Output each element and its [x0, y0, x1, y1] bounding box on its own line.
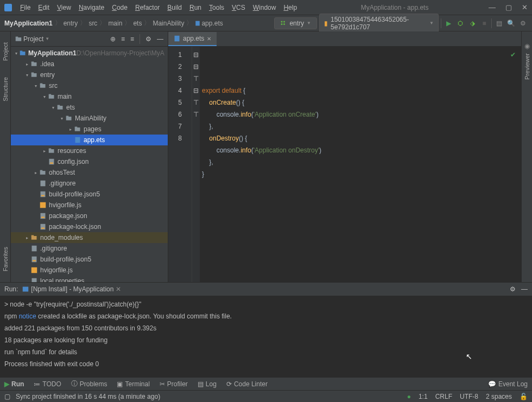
minimize-button[interactable]: —: [489, 3, 496, 11]
tree-item-MainAbility[interactable]: ▾MainAbility: [11, 113, 168, 124]
menu-tools[interactable]: Tools: [205, 2, 228, 14]
tree-item-.gitignore[interactable]: .gitignore: [11, 243, 168, 254]
code-editor[interactable]: ✔ export default { onCreate() { console.…: [200, 47, 521, 282]
favorites-tool-button[interactable]: Favorites: [2, 247, 9, 271]
breadcrumb-item[interactable]: src: [88, 20, 97, 27]
previewer-label[interactable]: Previewer: [524, 53, 530, 80]
svg-rect-17: [49, 94, 52, 95]
run-config-label: entry: [289, 20, 304, 27]
project-tree[interactable]: ▾MyApplication1 D:\OpenHarmony-Project\M…: [11, 47, 168, 282]
tree-item-build-profile.json5[interactable]: build-profile.json5: [11, 189, 168, 200]
coverage-button[interactable]: ⬗: [467, 18, 477, 28]
stop-button[interactable]: ■: [479, 18, 489, 28]
menu-vcs[interactable]: VCS: [228, 2, 249, 14]
svg-rect-9: [20, 51, 23, 52]
tree-item-config.json[interactable]: config.json: [11, 156, 168, 167]
readonly-indicator-icon[interactable]: 🔓: [520, 393, 528, 400]
menu-window[interactable]: Window: [249, 2, 280, 14]
tree-item-entry[interactable]: ▾entry: [11, 69, 168, 80]
indent-setting[interactable]: 2 spaces: [486, 393, 512, 400]
hide-run-button[interactable]: —: [521, 285, 528, 293]
maximize-button[interactable]: ▢: [505, 3, 512, 11]
breadcrumb-item[interactable]: MainAbility: [153, 20, 184, 27]
svg-rect-45: [32, 278, 37, 282]
tree-item-resources[interactable]: ▸resources: [11, 145, 168, 156]
titlebar: FileEditViewNavigateCodeRefactorBuildRun…: [0, 0, 532, 15]
select-opened-file-button[interactable]: ⊕: [110, 35, 116, 43]
toolwindows-toggle-button[interactable]: ▢: [4, 393, 10, 400]
cursor-position[interactable]: 1:1: [419, 393, 428, 400]
run-button[interactable]: ▶: [444, 18, 453, 28]
tree-item-.gitignore[interactable]: .gitignore: [11, 178, 168, 189]
menu-run[interactable]: Run: [186, 2, 205, 14]
editor-tab-app-ets[interactable]: app.ets ✕: [168, 32, 217, 46]
tree-item-hvigorfile.js[interactable]: hvigorfile.js: [11, 200, 168, 210]
tree-item-hvigorfile.js[interactable]: hvigorfile.js: [11, 265, 168, 276]
file-encoding[interactable]: UTF-8: [460, 393, 478, 400]
codelinter-tool-button[interactable]: ⟳ Code Linter: [226, 380, 268, 388]
tree-item-build-profile.json5[interactable]: build-profile.json5: [11, 254, 168, 265]
menu-view[interactable]: View: [53, 2, 75, 14]
tree-item-package.json[interactable]: package.json: [11, 210, 168, 221]
menu-help[interactable]: Help: [280, 2, 301, 14]
run-settings-button[interactable]: ⚙: [510, 285, 516, 293]
log-tool-button[interactable]: ▤ Log: [198, 380, 217, 388]
tree-item-src[interactable]: ▾src: [11, 80, 168, 91]
close-tab-button[interactable]: ✕: [207, 36, 211, 42]
tree-item-.idea[interactable]: ▸.idea: [11, 59, 168, 69]
menu-build[interactable]: Build: [163, 2, 186, 14]
tree-item-ets[interactable]: ▾ets: [11, 102, 168, 113]
tree-item-local.properties[interactable]: local.properties: [11, 276, 168, 282]
collapse-all-button[interactable]: ≡: [130, 35, 134, 43]
device-selector[interactable]: ▮ 150100384754463452065­5e792d1c707 ▼: [319, 14, 439, 33]
fold-column[interactable]: ⊟⊟⊤⊟⊤⊤: [192, 47, 200, 282]
tree-item-ohosTest[interactable]: ▸ohosTest: [11, 167, 168, 178]
tree-item-package-lock.json[interactable]: package-lock.json: [11, 221, 168, 232]
menu-edit[interactable]: Edit: [34, 2, 53, 14]
breadcrumb-item[interactable]: app.ets: [195, 20, 223, 27]
todo-tool-button[interactable]: ≔ TODO: [34, 380, 61, 388]
expand-all-button[interactable]: ≡: [121, 35, 125, 43]
svg-rect-46: [175, 36, 180, 42]
breadcrumb[interactable]: MyApplication1〉entry〉src〉main〉ets〉MainAb…: [4, 18, 223, 28]
tree-root[interactable]: ▾MyApplication1 D:\OpenHarmony-Project\M…: [11, 48, 168, 59]
project-structure-button[interactable]: ▤: [494, 18, 504, 28]
project-view-selector[interactable]: Project ▼: [15, 35, 49, 43]
svg-rect-24: [75, 137, 80, 143]
problems-tool-button[interactable]: ⓘ Problems: [71, 379, 107, 388]
project-tool-button[interactable]: Project: [2, 42, 9, 61]
profiler-tool-button[interactable]: ✂ Profiler: [160, 380, 188, 388]
inspections-ok-icon[interactable]: ✔: [510, 49, 516, 61]
menu-code[interactable]: Code: [108, 2, 131, 14]
run-console[interactable]: ↖ > node -e "try{require('./_postinstall…: [0, 296, 532, 377]
search-button[interactable]: 🔍: [506, 18, 516, 28]
structure-tool-button[interactable]: Structure: [2, 77, 9, 101]
menu-refactor[interactable]: Refactor: [131, 2, 163, 14]
settings-button[interactable]: ⚙: [518, 18, 528, 28]
close-button[interactable]: ✕: [522, 3, 528, 11]
tree-item-main[interactable]: ▾main: [11, 91, 168, 102]
run-panel-label: Run:: [4, 285, 18, 293]
tree-item-pages[interactable]: ▸pages: [11, 124, 168, 135]
run-tool-button[interactable]: ▶ Run: [4, 380, 24, 388]
close-tab-button[interactable]: ✕: [116, 285, 121, 293]
breadcrumb-item[interactable]: MyApplication1: [4, 20, 53, 27]
debug-button[interactable]: [455, 18, 465, 28]
menu-file[interactable]: File: [16, 2, 34, 14]
tree-item-app.ets[interactable]: app.ets: [11, 135, 168, 145]
terminal-tool-button[interactable]: ▣ Terminal: [117, 380, 149, 388]
settings-icon[interactable]: ⚙: [145, 35, 151, 43]
menu-navigate[interactable]: Navigate: [75, 2, 108, 14]
line-separator[interactable]: CRLF: [435, 393, 452, 400]
run-tab[interactable]: [Npm Install] - MyApplication ✕: [22, 285, 121, 293]
breadcrumb-item[interactable]: entry: [64, 20, 78, 27]
run-config-selector[interactable]: entry ▼: [274, 17, 317, 29]
previewer-tool-button[interactable]: ◉: [524, 42, 530, 50]
eventlog-tool-button[interactable]: 💬 Event Log: [488, 380, 528, 388]
breadcrumb-item[interactable]: main: [108, 20, 122, 27]
status-indicator-icon[interactable]: ●: [407, 393, 411, 400]
hide-button[interactable]: —: [157, 35, 163, 43]
tree-item-node_modules[interactable]: ▸node_modules: [11, 232, 168, 243]
breadcrumb-item[interactable]: ets: [133, 20, 142, 27]
editor-gutter[interactable]: 12345678: [168, 47, 192, 282]
